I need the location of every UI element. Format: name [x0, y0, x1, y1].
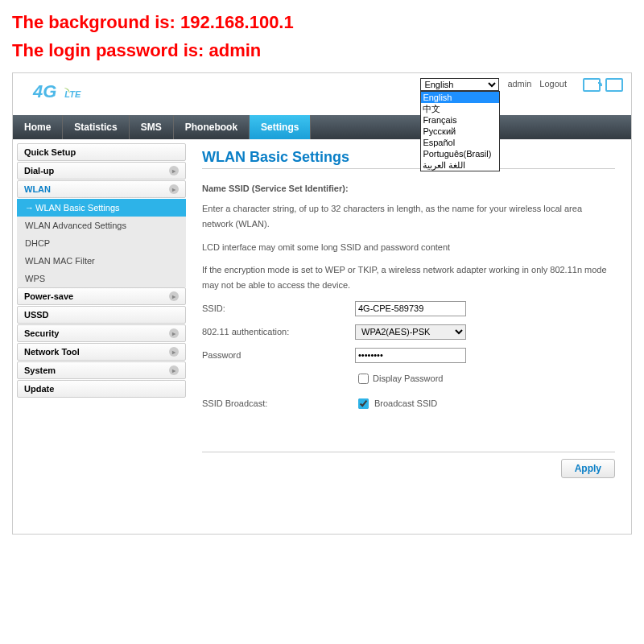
chevron-icon: ▸ [169, 365, 179, 375]
nav-sms[interactable]: SMS [130, 115, 174, 139]
language-dropdown[interactable]: English 中文 Français Русский Español Port… [420, 91, 500, 171]
chevron-icon: ▸ [169, 184, 179, 194]
sidebar-dialup[interactable]: Dial-up▸ [17, 162, 186, 180]
lang-option-chinese[interactable]: 中文 [421, 103, 499, 114]
main-content: WLAN Basic Settings Name SSID (Service S… [186, 139, 631, 534]
sidebar-ussd[interactable]: USSD [17, 306, 186, 324]
description-2: LCD interface may omit some long SSID an… [202, 240, 615, 255]
battery-icon [605, 78, 623, 92]
overlay-line2: The login password is: admin [12, 36, 632, 64]
chevron-icon: ▸ [169, 347, 179, 357]
router-window: 4G⌒LTE English English 中文 Français Русск… [12, 72, 632, 535]
connection-icon [583, 78, 601, 92]
sidebar-wlan[interactable]: WLAN▸ [17, 180, 186, 198]
password-input[interactable] [355, 348, 466, 363]
nav-statistics[interactable]: Statistics [63, 115, 129, 139]
broadcast-label: SSID Broadcast: [202, 398, 355, 408]
main-nav: Home Statistics SMS Phonebook Settings [13, 115, 631, 139]
lang-option-english[interactable]: English [421, 92, 499, 103]
lang-option-arabic[interactable]: اللغة العربية [421, 159, 499, 171]
overlay-line1: The background is: 192.168.100.1 [12, 8, 632, 36]
sidebar-power-save[interactable]: Power-save▸ [17, 287, 186, 305]
chevron-icon: ▸ [169, 328, 179, 338]
logout-link[interactable]: Logout [539, 78, 567, 89]
sidebar-dhcp[interactable]: DHCP [17, 234, 186, 252]
sidebar-wlan-advanced[interactable]: WLAN Advanced Settings [17, 217, 186, 234]
chevron-icon: ▸ [169, 166, 179, 175]
logo: 4G⌒LTE [33, 81, 80, 102]
ssid-input[interactable] [355, 301, 466, 316]
auth-select[interactable]: WPA2(AES)-PSK [355, 324, 466, 340]
ssid-label: SSID: [202, 303, 355, 313]
username-label: admin [507, 78, 531, 89]
description-1: Enter a character string, of up to 32 ch… [202, 201, 615, 231]
apply-button[interactable]: Apply [561, 459, 615, 478]
nav-home[interactable]: Home [13, 115, 63, 139]
sidebar-wps[interactable]: WPS [17, 270, 186, 287]
sidebar-wlan-basic[interactable]: WLAN Basic Settings [17, 199, 186, 217]
sidebar: Quick Setup Dial-up▸ WLAN▸ WLAN Basic Se… [13, 139, 186, 534]
sidebar-security[interactable]: Security▸ [17, 324, 186, 342]
display-password-checkbox[interactable] [358, 374, 369, 384]
lang-option-spanish[interactable]: Español [421, 137, 499, 148]
sidebar-mac-filter[interactable]: WLAN MAC Filter [17, 252, 186, 270]
page-title: WLAN Basic Settings [202, 149, 615, 169]
section-heading: Name SSID (Service Set Identifier): [202, 184, 615, 193]
broadcast-checkbox[interactable] [358, 398, 369, 409]
lang-option-russian[interactable]: Русский [421, 126, 499, 137]
password-label: Password [202, 350, 355, 360]
auth-label: 802.11 authentication: [202, 327, 355, 336]
language-select[interactable]: English [420, 78, 499, 91]
description-3: If the encryption mode is set to WEP or … [202, 262, 615, 292]
nav-phonebook[interactable]: Phonebook [174, 115, 250, 139]
sidebar-quick-setup[interactable]: Quick Setup [17, 143, 186, 161]
sidebar-update[interactable]: Update [17, 380, 186, 398]
lang-option-french[interactable]: Français [421, 114, 499, 126]
nav-settings[interactable]: Settings [250, 115, 311, 139]
lang-option-portuguese[interactable]: Português(Brasil) [421, 148, 499, 159]
display-password-label: Display Password [373, 374, 443, 383]
broadcast-check-label: Broadcast SSID [374, 398, 437, 408]
sidebar-system[interactable]: System▸ [17, 361, 186, 379]
chevron-icon: ▸ [169, 291, 179, 301]
sidebar-network-tool[interactable]: Network Tool▸ [17, 343, 186, 361]
